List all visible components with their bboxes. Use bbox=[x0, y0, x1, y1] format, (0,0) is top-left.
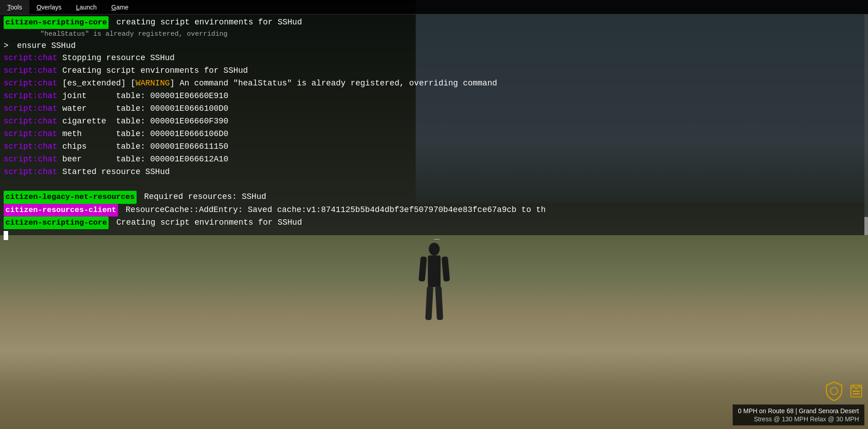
hud-shield-icon bbox=[825, 382, 844, 401]
badge-scripting-core-2: citizen-scripting-core bbox=[4, 217, 109, 229]
menu-tools[interactable]: Tools bbox=[0, 0, 29, 14]
svg-rect-8 bbox=[853, 391, 860, 392]
menu-bar: Tools Overlays Launch Game bbox=[0, 0, 868, 14]
hud-area: 0 MPH on Route 68 | Grand Senora Desert … bbox=[729, 378, 868, 429]
svg-rect-1 bbox=[428, 255, 441, 287]
svg-rect-2 bbox=[418, 256, 427, 282]
svg-rect-5 bbox=[435, 286, 443, 321]
console-line-stopping: script:chat Stopping resource SSHud bbox=[4, 52, 864, 65]
hud-icons bbox=[732, 382, 864, 401]
svg-rect-4 bbox=[425, 286, 433, 321]
badge-resources-client: citizen-resources-client bbox=[4, 204, 118, 217]
menu-launch[interactable]: Launch bbox=[69, 0, 104, 14]
console-prompt: > ensure SSHud bbox=[4, 40, 864, 52]
console-line-net-resources: citizen-legacy-net-resources Required re… bbox=[4, 191, 864, 203]
console-line-beer: script:chat beer table: 000001E066612A10 bbox=[4, 153, 864, 166]
console-line-cigarette: script:chat cigarette table: 000001E0666… bbox=[4, 115, 864, 128]
console-line-1: "healStatus" is already registered, over… bbox=[4, 29, 864, 39]
cursor bbox=[4, 231, 8, 240]
status-speed: Stress @ 130 MPH Relax @ 30 MPH bbox=[738, 415, 859, 423]
hud-emblem-icon bbox=[848, 382, 864, 401]
console-line-empty bbox=[4, 178, 864, 191]
console-line-meth: script:chat meth table: 000001E0666106D0 bbox=[4, 128, 864, 141]
scrollbar-track[interactable] bbox=[864, 14, 868, 235]
status-bar: 0 MPH on Route 68 | Grand Senora Desert … bbox=[732, 404, 864, 425]
svg-point-6 bbox=[830, 387, 838, 395]
console-line-creating: script:chat Creating script environments… bbox=[4, 65, 864, 77]
svg-rect-9 bbox=[853, 393, 860, 395]
dash-separator: _ bbox=[434, 231, 440, 241]
console-line-warning: script:chat [es_extended] [WARNING] An c… bbox=[4, 77, 864, 90]
console-line-started: script:chat Started resource SSHud bbox=[4, 166, 864, 179]
console-line-water: script:chat water table: 000001E0666100D… bbox=[4, 103, 864, 115]
console-line-joint: script:chat joint table: 000001E06660E91… bbox=[4, 90, 864, 103]
badge-scripting-core-1: citizen-scripting-core bbox=[4, 16, 109, 29]
svg-rect-3 bbox=[441, 256, 450, 282]
badge-net-resources: citizen-legacy-net-resources bbox=[4, 191, 137, 203]
console-line-resources-client: citizen-resources-client ResourceCache::… bbox=[4, 204, 864, 217]
console-output: citizen-scripting-core creating script e… bbox=[0, 14, 868, 242]
scrollbar-thumb[interactable] bbox=[864, 217, 868, 235]
player-character bbox=[416, 239, 452, 330]
svg-point-0 bbox=[429, 243, 440, 255]
menu-game[interactable]: Game bbox=[104, 0, 136, 14]
status-location: 0 MPH on Route 68 | Grand Senora Desert bbox=[738, 407, 859, 415]
console-line-0: citizen-scripting-core creating script e… bbox=[4, 16, 864, 29]
console-line-scripting-core-2: citizen-scripting-core Creating script e… bbox=[4, 217, 864, 229]
menu-overlays[interactable]: Overlays bbox=[29, 0, 69, 14]
console-line-chips: script:chat chips table: 000001E06661115… bbox=[4, 141, 864, 153]
